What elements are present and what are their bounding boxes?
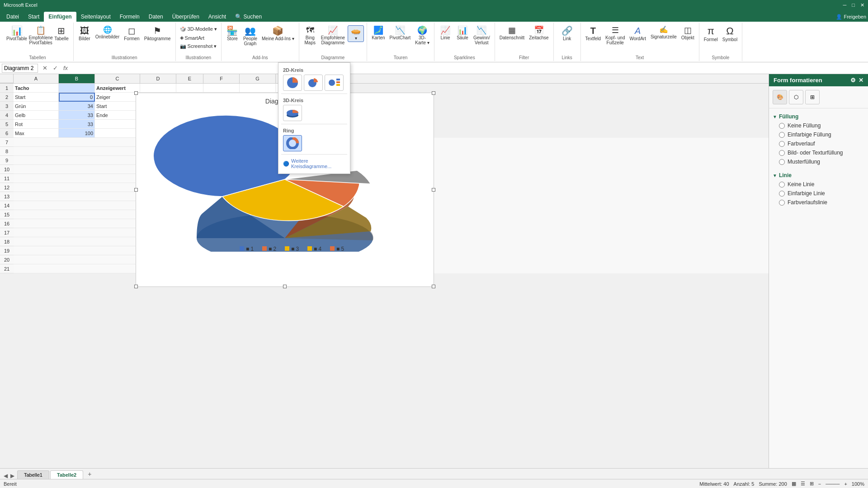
format-section-fuellung-header[interactable]: Füllung	[773, 112, 864, 121]
view-layout-btn[interactable]: ☰	[801, 481, 805, 487]
chart-handle-ml[interactable]	[134, 188, 138, 192]
cell-e1[interactable]	[176, 84, 203, 93]
option-farbverlaufslinie[interactable]: Farbverlaufslinie	[773, 198, 864, 207]
option-einfarbige-fuellung[interactable]: Einfarbige Füllung	[773, 130, 864, 139]
size-icon-btn[interactable]: ⊞	[805, 90, 820, 104]
pie-2d-bar-btn[interactable]	[325, 75, 344, 91]
smartart-btn[interactable]: ◈ SmartArt	[179, 34, 218, 42]
cell-a1[interactable]: Tacho	[14, 84, 59, 93]
tab-seitenlayout[interactable]: Seitenlayout	[76, 12, 115, 22]
link-btn[interactable]: 🔗 Link	[559, 25, 575, 42]
row-number-6[interactable]: 6	[0, 129, 14, 138]
sheet-tab-tabelle1[interactable]: Tabelle1	[17, 470, 49, 479]
bing-maps-btn[interactable]: 🗺 BingMaps	[302, 25, 318, 46]
saeule-btn[interactable]: 📊 Säule	[454, 25, 471, 41]
tabelle-btn[interactable]: ⊞ Tabelle	[52, 25, 71, 42]
cell-c4[interactable]: Ende	[95, 111, 140, 120]
col-header-d[interactable]: D	[140, 74, 176, 83]
zoom-slider[interactable]: ────	[826, 481, 840, 487]
ring-btn[interactable]	[283, 135, 302, 151]
col-header-a[interactable]: A	[14, 74, 59, 83]
cell-b1[interactable]	[59, 84, 95, 93]
tab-start[interactable]: Start	[24, 12, 44, 22]
cell-c6[interactable]	[95, 129, 140, 138]
zoom-out-btn[interactable]: −	[818, 481, 821, 487]
more-charts-link[interactable]: 🔵 Weitere Kreisdiagramme...	[281, 156, 347, 171]
col-header-f[interactable]: F	[203, 74, 240, 83]
store-btn[interactable]: 🏪 Store	[224, 25, 241, 42]
pivottable-btn[interactable]: 📊 PivotTable	[5, 25, 29, 42]
signaturzeile-btn[interactable]: ✍ Signaturzeile	[649, 25, 679, 40]
tab-ueberpruefen[interactable]: Überprüfen	[168, 12, 204, 22]
bilder-btn[interactable]: 🖼 Bilder	[76, 25, 93, 42]
formula-insert-btn[interactable]: fx	[61, 65, 71, 71]
chart-handle-br[interactable]	[432, 285, 435, 288]
chart-handle-mr[interactable]	[432, 188, 435, 192]
empfohlene-diagramme-btn[interactable]: 📈 EmpfohleneDiagramme	[319, 25, 347, 46]
shape-icon-btn[interactable]: ⬡	[789, 90, 803, 104]
textfeld-btn[interactable]: T Textfeld	[584, 25, 603, 42]
3d-karte-btn[interactable]: 🌍 3D-Karte ▾	[413, 25, 431, 46]
piktogramme-btn[interactable]: ⚑ Piktogramme	[142, 25, 173, 42]
pie-3d-btn[interactable]	[283, 105, 302, 121]
gewinn-verlust-btn[interactable]: 📉 Gewinn/Verlust	[472, 25, 492, 46]
option-einfarbige-linie[interactable]: Einfarbige Linie	[773, 189, 864, 198]
meine-addins-btn[interactable]: 📦 Meine Add-Ins ▾	[260, 25, 296, 42]
cell-a3[interactable]: Grün	[14, 102, 59, 111]
col-header-e[interactable]: E	[176, 74, 203, 83]
tab-formeln[interactable]: Formeln	[115, 12, 144, 22]
freigeben-btn[interactable]: 👤 Freigeben	[836, 14, 866, 20]
formula-confirm-btn[interactable]: ✓	[50, 65, 61, 71]
formel-btn[interactable]: π Formel	[702, 25, 720, 43]
3d-modelle-btn[interactable]: 🎲 3D-Modelle ▾	[179, 25, 218, 33]
people-graph-btn[interactable]: 👥 PeopleGraph	[241, 25, 259, 47]
cell-b4[interactable]: 33	[59, 111, 95, 120]
option-musterfuellung[interactable]: Musterfüllung	[773, 157, 864, 166]
option-keine-linie[interactable]: Keine Linie	[773, 180, 864, 189]
option-keine-fuellung[interactable]: Keine Füllung	[773, 121, 864, 130]
minimize-btn[interactable]: ─	[843, 2, 847, 8]
cell-b6[interactable]: 100	[59, 129, 95, 138]
cell-c3[interactable]: Start	[95, 102, 140, 111]
cell-c2[interactable]: Zeiger	[95, 93, 140, 102]
maximize-btn[interactable]: □	[852, 2, 855, 8]
close-btn[interactable]: ✕	[860, 2, 864, 8]
chart-handle-tl[interactable]	[134, 91, 138, 95]
symbol-btn[interactable]: Ω Symbol	[721, 25, 739, 43]
screenshot-btn[interactable]: 📷 Screenshot ▾	[179, 42, 218, 50]
chart-handle-bl[interactable]	[134, 285, 138, 288]
sheet-nav-right[interactable]: ▶	[10, 473, 14, 479]
zeitachse-btn[interactable]: 📅 Zeitachse	[527, 25, 550, 41]
row-number-1[interactable]: 1	[0, 84, 14, 93]
objekt-btn[interactable]: ◫ Objekt	[679, 25, 696, 41]
row-number-5[interactable]: 5	[0, 120, 14, 129]
pie-2d-solid-btn[interactable]	[283, 75, 302, 91]
cell-a2[interactable]: Start	[14, 93, 59, 102]
cell-a4[interactable]: Gelb	[14, 111, 59, 120]
format-section-linie-header[interactable]: Linie	[773, 171, 864, 180]
cell-b2[interactable]: 0	[59, 93, 95, 102]
cell-c5[interactable]	[95, 120, 140, 129]
kopf-fusszeile-btn[interactable]: ☰ Kopf- undFußzeile	[604, 25, 627, 46]
cell-f1[interactable]	[203, 84, 240, 93]
tab-einfuegen[interactable]: Einfügen	[44, 12, 76, 22]
datenschnitt-btn[interactable]: ▦ Datenschnitt	[498, 25, 527, 41]
pivotchart-btn[interactable]: 📉 PivotChart	[388, 25, 413, 41]
onlinebilder-btn[interactable]: 🌐 Onlinebilder	[94, 25, 121, 40]
cell-a6[interactable]: Max	[14, 129, 59, 138]
right-panel-close-btn[interactable]: ✕	[859, 77, 863, 84]
cell-reference[interactable]	[2, 64, 38, 73]
karten-btn[interactable]: 🗾 Karten	[370, 25, 387, 41]
cell-g1[interactable]	[240, 84, 276, 93]
formula-cancel-btn[interactable]: ✕	[40, 65, 50, 71]
col-header-c[interactable]: C	[95, 74, 140, 83]
view-normal-btn[interactable]: ▦	[792, 481, 796, 487]
cell-c1[interactable]: Anzeigewert	[95, 84, 140, 93]
formen-btn[interactable]: ◻ Formen	[122, 25, 141, 42]
chart-handle-tr[interactable]	[432, 91, 435, 95]
cell-a5[interactable]: Rot	[14, 120, 59, 129]
fill-icon-btn[interactable]: 🎨	[773, 90, 787, 104]
sheet-tab-tabelle2[interactable]: Tabelle2	[50, 470, 83, 479]
option-bild-textur[interactable]: Bild- oder Texturfüllung	[773, 148, 864, 157]
col-header-g[interactable]: G	[240, 74, 276, 83]
